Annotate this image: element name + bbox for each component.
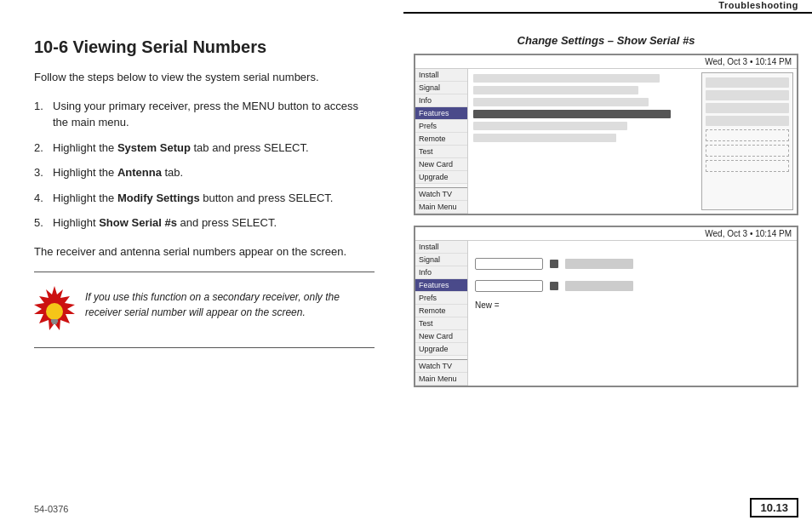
menu-features: Features (415, 107, 467, 120)
step-num: 4. (34, 190, 53, 207)
screen2: Wed, Oct 3 • 10:14 PM Install Signal Inf… (414, 226, 798, 387)
svg-point-1 (46, 303, 63, 320)
step-num: 1. (34, 98, 53, 131)
footer-code: 54-0376 (34, 504, 68, 514)
list-item: 4. Highlight the Modify Settings button … (34, 190, 375, 207)
menu-prefs: Prefs (415, 120, 467, 133)
menu-info: Info (415, 94, 467, 107)
page-number: 10.13 (750, 498, 798, 517)
menu2-prefs: Prefs (415, 292, 467, 305)
step-text: Highlight the Modify Settings button and… (53, 190, 375, 207)
menu2-info: Info (415, 266, 467, 279)
menu-remote: Remote (415, 133, 467, 146)
menu2-features: Features (415, 279, 467, 292)
note-text: The receiver and antenna serial numbers … (34, 243, 375, 260)
screen1-content (468, 69, 797, 214)
menu2-remote: Remote (415, 305, 467, 317)
screen2-content: New = (468, 241, 797, 386)
list-item: 5. Highlight Show Serial #s and press SE… (34, 214, 375, 232)
right-panel: Change Settings – Show Serial #s Wed, Oc… (400, 0, 812, 526)
menu2-install: Install (415, 241, 467, 254)
menu2-signal: Signal (415, 254, 467, 266)
list-item: 3. Highlight the Antenna tab. (34, 164, 375, 181)
screen1-sidebar: Install Signal Info Features Prefs Remot… (415, 69, 468, 214)
screen1: Wed, Oct 3 • 10:14 PM Install Signal Inf… (414, 54, 798, 215)
svg-rect-2 (51, 319, 58, 323)
tip-text: If you use this function on a secondary … (85, 286, 375, 320)
menu-install: Install (415, 69, 467, 82)
menu-newcard: New Card (415, 158, 467, 171)
step-text: Using your primary receiver, press the M… (53, 98, 375, 131)
menu-signal: Signal (415, 82, 467, 94)
menu2-newcard: New Card (415, 330, 467, 343)
new-label: New = (475, 300, 500, 310)
menu-mainmenu: Main Menu (415, 201, 467, 214)
left-panel: 10-6 Viewing Serial Numbers Follow the s… (0, 0, 400, 526)
divider-top (34, 272, 375, 272)
step-text: Highlight the Antenna tab. (53, 164, 375, 181)
step-text: Highlight the System Setup tab and press… (53, 140, 375, 157)
screen2-sidebar: Install Signal Info Features Prefs Remot… (415, 241, 468, 386)
list-item: 2. Highlight the System Setup tab and pr… (34, 140, 375, 157)
divider-bottom (34, 347, 375, 348)
screen2-datetime: Wed, Oct 3 • 10:14 PM (415, 227, 797, 241)
menu-upgrade: Upgrade (415, 171, 467, 184)
step-num: 3. (34, 164, 53, 181)
page-title: 10-6 Viewing Serial Numbers (34, 37, 375, 57)
menu2-watchtv: Watch TV (415, 359, 467, 373)
menu2-upgrade: Upgrade (415, 343, 467, 356)
menu-test: Test (415, 146, 467, 158)
screen1-datetime: Wed, Oct 3 • 10:14 PM (415, 55, 797, 69)
tip-box: If you use this function on a secondary … (34, 281, 375, 339)
steps-list: 1. Using your primary receiver, press th… (34, 98, 375, 232)
screen1-body: Install Signal Info Features Prefs Remot… (415, 69, 797, 214)
menu-watchtv: Watch TV (415, 187, 467, 201)
list-item: 1. Using your primary receiver, press th… (34, 98, 375, 131)
step-text: Highlight Show Serial #s and press SELEC… (53, 214, 375, 232)
svg-rect-3 (52, 323, 57, 324)
tip-icon (34, 286, 75, 334)
step-num: 5. (34, 214, 53, 232)
footer-section: 10.13 (390, 498, 798, 517)
diagram-title: Change Settings – Show Serial #s (414, 34, 798, 47)
menu2-mainmenu: Main Menu (415, 373, 467, 386)
screen2-body: Install Signal Info Features Prefs Remot… (415, 241, 797, 386)
lightbulb-icon (34, 286, 75, 334)
intro-text: Follow the steps below to view the syste… (34, 69, 375, 86)
menu2-test: Test (415, 317, 467, 330)
step-num: 2. (34, 140, 53, 157)
